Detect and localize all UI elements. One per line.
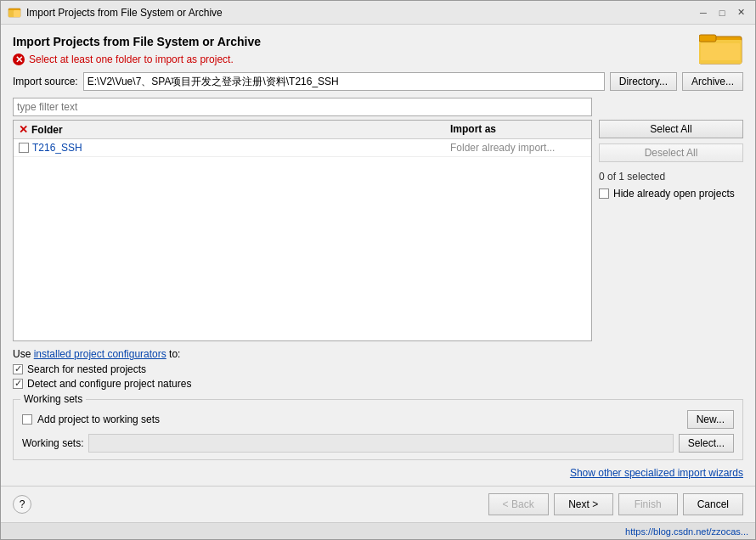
error-message: Select at least one folder to import as … xyxy=(29,53,234,65)
hide-open-label: Hide already open projects xyxy=(613,188,735,200)
dialog-header: Import Projects from File System or Arch… xyxy=(13,35,743,65)
working-sets-input-row: Working sets: Select... xyxy=(22,434,734,453)
detect-natures-row: Detect and configure project natures xyxy=(13,378,743,390)
show-wizards-row: Show other specialized import wizards xyxy=(13,467,743,479)
working-sets-row: Add project to working sets New... xyxy=(22,410,734,429)
search-nested-label: Search for nested projects xyxy=(27,363,146,375)
table-container: ✕ Folder Import as T216_SSH Folder alrea… xyxy=(13,120,592,341)
selection-count: 0 of 1 selected xyxy=(599,171,743,183)
search-nested-row: Search for nested projects xyxy=(13,363,743,375)
status-bar: https://blog.csdn.net/zzocas... xyxy=(1,522,755,539)
table-row-folder: T216_SSH xyxy=(19,142,450,154)
use-installed-link[interactable]: installed project configurators xyxy=(34,348,166,360)
show-wizards-link[interactable]: Show other specialized import wizards xyxy=(570,467,743,479)
import-source-input[interactable] xyxy=(83,72,605,91)
add-to-working-sets-label: Add project to working sets xyxy=(37,413,682,425)
select-working-set-button[interactable]: Select... xyxy=(679,434,734,453)
detect-natures-checkbox[interactable] xyxy=(13,379,23,389)
error-icon: ✕ xyxy=(13,53,25,65)
deselect-all-button[interactable]: Deselect All xyxy=(599,143,743,162)
working-sets-label: Working sets: xyxy=(22,437,83,449)
title-bar-text: Import Projects from File System or Arch… xyxy=(26,7,696,19)
new-working-set-button[interactable]: New... xyxy=(687,410,734,429)
row-checkbox[interactable] xyxy=(19,143,29,153)
main-area: ✕ Folder Import as T216_SSH Folder alrea… xyxy=(13,98,743,341)
minimize-button[interactable]: ─ xyxy=(696,5,711,20)
title-bar: Import Projects from File System or Arch… xyxy=(1,1,755,25)
col-folder-header: ✕ Folder xyxy=(19,123,450,136)
col-import-as-header: Import as xyxy=(450,123,586,136)
svg-rect-2 xyxy=(14,10,20,17)
cancel-button[interactable]: Cancel xyxy=(683,493,743,515)
table-header: ✕ Folder Import as xyxy=(14,121,591,139)
dialog-icon xyxy=(8,6,21,20)
error-row: ✕ Select at least one folder to import a… xyxy=(13,53,743,65)
search-nested-checkbox[interactable] xyxy=(13,364,23,374)
working-sets-title: Working sets xyxy=(20,393,86,405)
next-button[interactable]: Next > xyxy=(554,493,613,515)
dialog-content: Import Projects from File System or Arch… xyxy=(1,25,755,486)
working-sets-section: Working sets Add project to working sets… xyxy=(13,399,743,460)
maximize-button[interactable]: □ xyxy=(714,5,730,20)
dialog-window: Import Projects from File System or Arch… xyxy=(0,0,756,540)
finish-button[interactable]: Finish xyxy=(618,493,678,515)
import-source-row: Import source: Directory... Archive... xyxy=(13,72,743,91)
title-bar-controls: ─ □ ✕ xyxy=(696,5,748,20)
dialog-footer: ? < Back Next > Finish Cancel xyxy=(1,486,755,522)
filter-input[interactable] xyxy=(13,98,592,116)
dialog-header-title: Import Projects from File System or Arch… xyxy=(13,35,743,48)
archive-button[interactable]: Archive... xyxy=(682,72,743,91)
import-as-text: Folder already import... xyxy=(450,142,586,154)
close-button[interactable]: ✕ xyxy=(733,5,748,20)
status-url: https://blog.csdn.net/zzocas... xyxy=(625,526,748,537)
bottom-section: Use installed project configurators to: … xyxy=(13,348,743,392)
hide-open-checkbox[interactable] xyxy=(599,188,609,199)
footer-left: ? xyxy=(13,495,488,514)
use-installed-row: Use installed project configurators to: xyxy=(13,348,743,360)
use-installed-suffix: to: xyxy=(166,348,181,360)
folder-name: T216_SSH xyxy=(32,142,82,154)
left-panel: ✕ Folder Import as T216_SSH Folder alrea… xyxy=(13,98,592,341)
import-source-label: Import source: xyxy=(13,76,78,87)
add-to-working-sets-checkbox[interactable] xyxy=(22,414,32,425)
working-sets-input[interactable] xyxy=(88,434,673,453)
folder-icon-large xyxy=(699,28,743,68)
right-panel: Select All Deselect All 0 of 1 selected … xyxy=(599,98,743,341)
svg-rect-6 xyxy=(701,43,740,60)
hide-open-row: Hide already open projects xyxy=(599,188,743,200)
select-all-button[interactable]: Select All xyxy=(599,120,743,138)
use-installed-text: Use xyxy=(13,348,34,360)
table-row[interactable]: T216_SSH Folder already import... xyxy=(14,139,591,157)
back-button[interactable]: < Back xyxy=(488,493,549,515)
footer-right: < Back Next > Finish Cancel xyxy=(488,493,743,515)
svg-rect-1 xyxy=(8,10,14,17)
detect-natures-label: Detect and configure project natures xyxy=(27,378,191,390)
error-col-icon: ✕ xyxy=(19,123,28,136)
help-button[interactable]: ? xyxy=(13,495,31,514)
directory-button[interactable]: Directory... xyxy=(610,72,677,91)
svg-rect-5 xyxy=(699,35,716,42)
